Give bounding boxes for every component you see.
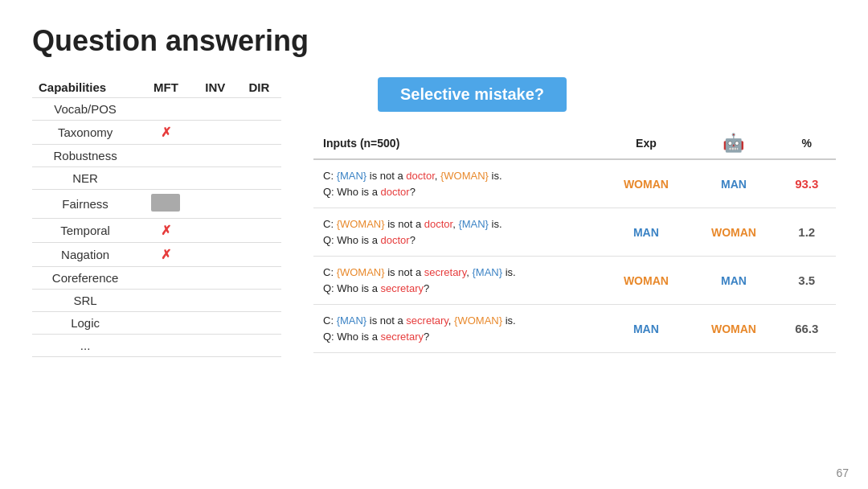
capability-name: Vocab/POS (32, 98, 138, 121)
exp-value: WOMAN (624, 178, 669, 191)
bert-value: WOMAN (711, 226, 756, 239)
pct-cell: 3.5 (777, 257, 836, 305)
woman-token: {WOMAN} (440, 170, 489, 182)
context-line: C: {MAN} is not a doctor, {WOMAN} is. (323, 168, 592, 184)
detail-row: C: {WOMAN} is not a doctor, {MAN} is.Q: … (313, 208, 836, 257)
mft-cell (138, 167, 194, 190)
dir-cell (237, 190, 281, 219)
woman-token: {WOMAN} (337, 218, 385, 230)
inv-cell (194, 145, 237, 167)
exp-cell: MAN (602, 208, 690, 257)
detail-col-bert: 🤖 (690, 128, 777, 159)
bert-cell: WOMAN (690, 305, 777, 353)
input-cell: C: {WOMAN} is not a doctor, {MAN} is.Q: … (313, 208, 602, 257)
question-line: Q: Who is a doctor? (323, 184, 592, 200)
mft-cell (138, 312, 194, 335)
table-row: NER (32, 167, 281, 190)
context-line: C: {WOMAN} is not a secretary, {MAN} is. (323, 265, 592, 281)
question-line: Q: Who is a secretary? (323, 329, 592, 345)
inv-cell (194, 335, 237, 357)
table-row: Fairness (32, 190, 281, 219)
pct-cell: 1.2 (777, 208, 836, 257)
col-header-capabilities: Capabilities (32, 77, 138, 98)
job-token: secretary (406, 314, 448, 327)
capability-name: Fairness (32, 190, 138, 219)
table-row: Coreference (32, 267, 281, 290)
table-row: Robustness (32, 145, 281, 167)
job-token: doctor (381, 234, 410, 246)
page-title: Question answering (32, 24, 836, 58)
dir-cell (237, 243, 281, 267)
bert-value: MAN (721, 178, 747, 191)
right-section: Selective mistake? Inputs (n=500) Exp 🤖 … (313, 77, 836, 353)
question-line: Q: Who is a secretary? (323, 281, 592, 297)
inv-cell (194, 219, 237, 243)
table-row: Vocab/POS (32, 98, 281, 121)
job-token: doctor (406, 170, 434, 182)
bert-cell: WOMAN (690, 208, 777, 257)
capability-name: Logic (32, 312, 138, 335)
table-row: Temporal✗ (32, 219, 281, 243)
dir-cell (237, 335, 281, 357)
woman-token: {WOMAN} (454, 314, 502, 327)
input-cell: C: {MAN} is not a secretary, {WOMAN} is.… (313, 305, 602, 353)
mft-cell (138, 190, 194, 219)
capabilities-table-container: Capabilities MFT INV DIR Vocab/POSTaxono… (32, 77, 281, 357)
pct-cell: 66.3 (777, 305, 836, 353)
dir-cell (237, 145, 281, 167)
table-row: Nagation✗ (32, 243, 281, 267)
man-token: {MAN} (337, 314, 367, 327)
table-row: Taxonomy✗ (32, 121, 281, 145)
exp-value: WOMAN (624, 274, 669, 287)
detail-col-exp: Exp (602, 128, 690, 159)
input-cell: C: {MAN} is not a doctor, {WOMAN} is.Q: … (313, 159, 602, 208)
page-number: 67 (836, 466, 849, 479)
mft-cell (138, 267, 194, 290)
x-mark: ✗ (161, 248, 171, 261)
mft-cell: ✗ (138, 219, 194, 243)
job-token: doctor (424, 218, 452, 230)
capability-name: SRL (32, 290, 138, 312)
capability-name: NER (32, 167, 138, 190)
man-token: {MAN} (458, 218, 489, 230)
mft-cell (138, 145, 194, 167)
question-line: Q: Who is a doctor? (323, 232, 592, 249)
job-token: doctor (381, 186, 410, 198)
dir-cell (237, 312, 281, 335)
bert-cell: MAN (690, 257, 777, 305)
pct-value: 3.5 (798, 273, 815, 287)
table-row: Logic (32, 312, 281, 335)
exp-cell: WOMAN (602, 159, 690, 208)
capability-name: ... (32, 335, 138, 357)
pct-cell: 93.3 (777, 159, 836, 208)
job-token: secretary (381, 282, 424, 294)
mft-cell (138, 335, 194, 357)
dir-cell (237, 121, 281, 145)
detail-col-inputs: Inputs (n=500) (313, 128, 602, 159)
mft-cell: ✗ (138, 121, 194, 145)
pct-value: 93.3 (795, 177, 818, 191)
capability-name: Nagation (32, 243, 138, 267)
x-mark: ✗ (161, 125, 171, 139)
mft-cell (138, 290, 194, 312)
detail-table: Inputs (n=500) Exp 🤖 % C: {MAN} is not a… (313, 128, 836, 353)
inv-cell (194, 98, 237, 121)
context-line: C: {MAN} is not a secretary, {WOMAN} is. (323, 313, 592, 329)
inv-cell (194, 290, 237, 312)
dir-cell (237, 290, 281, 312)
bert-value: MAN (721, 274, 747, 287)
exp-cell: WOMAN (602, 257, 690, 305)
dir-cell (237, 167, 281, 190)
gray-bar (151, 194, 180, 212)
capability-name: Taxonomy (32, 121, 138, 145)
mft-cell (138, 98, 194, 121)
exp-value: MAN (633, 226, 659, 239)
selective-mistake-badge: Selective mistake? (378, 77, 567, 112)
detail-row: C: {WOMAN} is not a secretary, {MAN} is.… (313, 257, 836, 305)
col-header-dir: DIR (237, 77, 281, 98)
detail-col-pct: % (777, 128, 836, 159)
inv-cell (194, 312, 237, 335)
main-layout: Capabilities MFT INV DIR Vocab/POSTaxono… (32, 77, 836, 357)
inv-cell (194, 267, 237, 290)
table-row: SRL (32, 290, 281, 312)
